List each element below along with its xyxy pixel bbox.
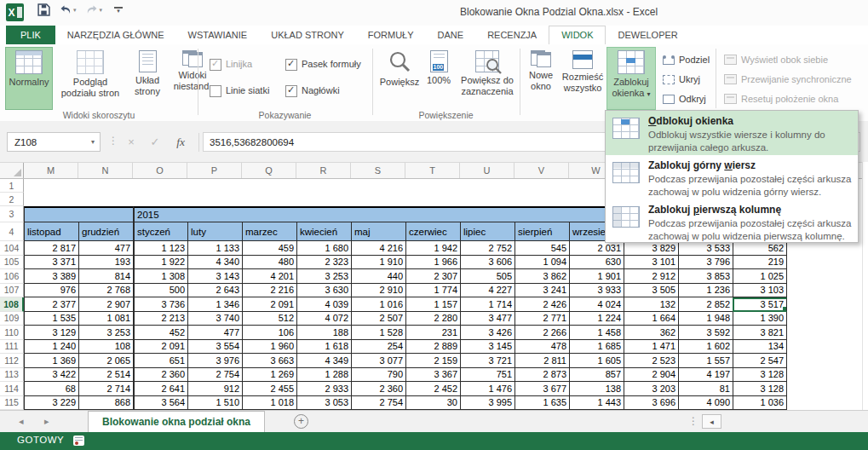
cell[interactable]: 4 340 — [187, 256, 242, 270]
cell[interactable]: 3 564 — [133, 396, 187, 411]
cell[interactable]: 1 036 — [733, 396, 787, 411]
cell[interactable]: 4 039 — [296, 297, 351, 312]
zoom-button[interactable]: Powiększ — [377, 47, 422, 110]
column-header-u[interactable]: U — [460, 163, 514, 178]
save-button[interactable] — [37, 3, 50, 16]
cell[interactable]: 2 933 — [296, 382, 351, 396]
cell[interactable]: 68 — [24, 382, 78, 396]
column-header-q[interactable]: Q — [242, 163, 296, 178]
cell[interactable]: 912 — [187, 382, 242, 396]
redo-dropdown-arrow[interactable]: ▾ — [100, 7, 103, 14]
menu-item-freeze-top-row[interactable]: Zablokuj górny wierszPodczas przewijania… — [606, 155, 858, 199]
cell[interactable]: 138 — [569, 382, 624, 396]
cell[interactable]: 2 754 — [351, 396, 405, 411]
cell[interactable]: 1 960 — [242, 340, 296, 355]
cell[interactable]: 4 024 — [569, 297, 624, 312]
cell[interactable]: 3 253 — [296, 269, 351, 284]
cell[interactable]: 3 677 — [514, 382, 569, 396]
cell[interactable]: 1 942 — [405, 241, 460, 256]
cell[interactable]: 1 458 — [569, 326, 624, 340]
cell[interactable]: 2 280 — [405, 312, 460, 326]
month-header-cell[interactable]: czerwiec — [405, 222, 460, 241]
cell[interactable]: 1 714 — [460, 297, 514, 312]
fill-handle[interactable] — [782, 306, 787, 311]
checkbox-pasek-formuly[interactable]: Pasek formuły — [285, 59, 361, 71]
horizontal-scroll-left-button[interactable]: ◂ — [702, 414, 721, 429]
column-header-m[interactable]: M — [24, 163, 78, 178]
cell[interactable]: 2 547 — [733, 354, 787, 368]
cell[interactable]: 3 426 — [460, 326, 514, 340]
cell[interactable]: 188 — [296, 326, 351, 340]
cell[interactable]: 3 721 — [460, 354, 514, 368]
cell[interactable]: 1 774 — [405, 284, 460, 298]
cell[interactable]: 1 308 — [133, 269, 187, 284]
cell[interactable]: 3 077 — [351, 354, 405, 368]
cell[interactable]: 1 635 — [514, 396, 569, 411]
cell[interactable]: 2 360 — [133, 368, 187, 383]
cell[interactable]: 2 452 — [405, 382, 460, 396]
cell[interactable]: 3 389 — [24, 269, 78, 284]
cell[interactable]: 3 128 — [733, 382, 787, 396]
cell[interactable]: 452 — [133, 326, 187, 340]
cell[interactable]: 857 — [569, 368, 624, 383]
cell[interactable]: 1 602 — [678, 340, 733, 355]
redo-button[interactable]: ▾ — [85, 4, 103, 16]
cell[interactable]: 2 889 — [405, 340, 460, 355]
row-header-107[interactable]: 107 — [0, 284, 24, 298]
cell[interactable]: 2 455 — [242, 382, 296, 396]
cell[interactable]: 3 630 — [296, 284, 351, 298]
cell[interactable]: 477 — [78, 241, 133, 256]
month-header-cell[interactable]: marzec — [242, 222, 296, 241]
month-header-cell[interactable]: kwiecień — [296, 222, 351, 241]
cell[interactable]: 3 145 — [460, 340, 514, 355]
column-header-t[interactable]: T — [405, 163, 460, 178]
row-header-2[interactable]: 2 — [0, 193, 24, 206]
cell[interactable]: 3 128 — [733, 368, 787, 383]
cell[interactable]: 1 948 — [678, 312, 733, 326]
cell[interactable]: 505 — [460, 269, 514, 284]
row-header-115[interactable]: 115 — [0, 396, 24, 411]
new-window-button[interactable]: Nowe okno — [523, 47, 559, 110]
unhide-button[interactable]: Odkryj — [663, 91, 706, 107]
cell[interactable]: 1 094 — [514, 256, 569, 270]
cell[interactable]: 4 349 — [296, 354, 351, 368]
cell[interactable]: 512 — [242, 312, 296, 326]
cell[interactable]: 1 025 — [733, 269, 787, 284]
active-cell[interactable]: 3 517 — [733, 297, 787, 312]
cell[interactable]: 1 910 — [351, 256, 405, 270]
enter-icon[interactable]: ✓ — [145, 132, 165, 152]
cell[interactable]: 1 901 — [569, 269, 624, 284]
cell[interactable]: 1 685 — [569, 340, 624, 355]
cell[interactable]: 3 853 — [678, 269, 733, 284]
column-header-v[interactable]: V — [514, 163, 569, 178]
cell[interactable]: 1 922 — [133, 256, 187, 270]
cell[interactable]: 1 664 — [624, 312, 678, 326]
cell[interactable]: 478 — [514, 340, 569, 355]
cell[interactable]: 814 — [78, 269, 133, 284]
cell[interactable]: 1 288 — [296, 368, 351, 383]
cell[interactable]: 3 371 — [24, 256, 78, 270]
cell[interactable]: 2 159 — [405, 354, 460, 368]
tab-deweloper[interactable]: DEWELOPER — [606, 26, 689, 44]
cell[interactable]: 4 197 — [678, 368, 733, 383]
column-header-r[interactable]: R — [296, 163, 351, 178]
checkbox-naglowki[interactable]: Nagłówki — [285, 85, 340, 97]
cell[interactable]: 2 754 — [187, 368, 242, 383]
tab-widok[interactable]: WIDOK — [549, 26, 606, 44]
month-header-cell[interactable]: maj — [351, 222, 405, 241]
cell[interactable]: 132 — [624, 297, 678, 312]
cell[interactable]: 3 203 — [624, 382, 678, 396]
cell[interactable]: 500 — [133, 284, 187, 298]
cell[interactable]: 2 771 — [514, 312, 569, 326]
cell[interactable]: 2 912 — [624, 269, 678, 284]
tab-uk-ad-strony[interactable]: UKŁAD STRONY — [259, 26, 356, 44]
zoom-to-selection-button[interactable]: Powiększ do zaznaczenia — [456, 47, 519, 110]
cell[interactable]: 3 129 — [24, 326, 78, 340]
cell[interactable]: 868 — [78, 396, 133, 411]
row-header-108[interactable]: 108 — [0, 297, 24, 312]
row-header-111[interactable]: 111 — [0, 340, 24, 355]
cell[interactable]: 1 680 — [296, 241, 351, 256]
cell[interactable]: 3 367 — [405, 368, 460, 383]
cell[interactable]: 3 696 — [624, 396, 678, 411]
cell[interactable]: 2 307 — [405, 269, 460, 284]
